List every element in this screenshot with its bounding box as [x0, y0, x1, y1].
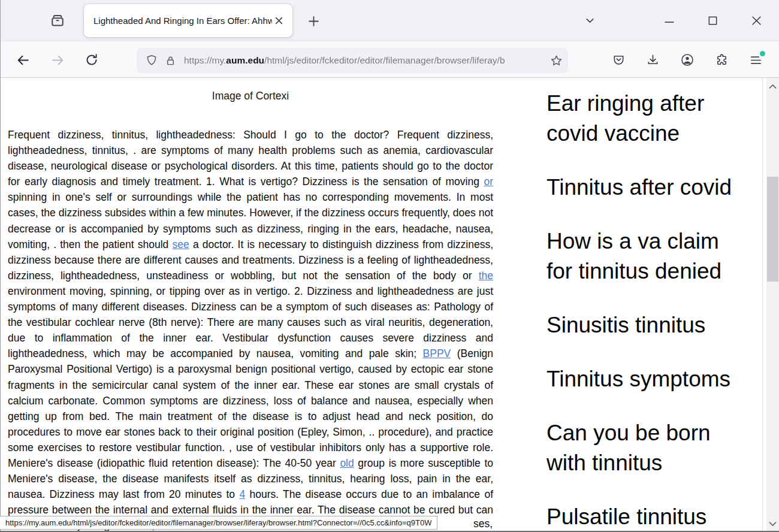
pocket-icon [612, 53, 626, 67]
text-run: environment moving, spinning, or tipping… [8, 285, 493, 359]
sidebar-heading[interactable]: How is a va claimfor tinnitus denied [546, 226, 757, 286]
firefox-view-button[interactable] [43, 7, 72, 34]
app-menu-button[interactable] [742, 47, 769, 72]
maximize-icon [708, 16, 718, 26]
pocket-button[interactable] [605, 47, 632, 72]
scrollbar-track[interactable] [766, 78, 779, 532]
inline-link[interactable]: old [340, 457, 354, 469]
tab-close-button[interactable] [272, 14, 285, 28]
browser-tab[interactable]: Lightheaded And Ringing In Ears Offer: A… [84, 4, 292, 37]
tab-close-icon [274, 16, 283, 25]
back-button[interactable] [10, 47, 36, 72]
window-left-edge [0, 0, 1, 532]
status-bar: https://my.aum.edu/html/js/editor/fckedi… [0, 516, 437, 530]
tracking-protection-shield-icon[interactable] [145, 54, 158, 67]
inline-link[interactable]: the [479, 270, 493, 282]
minimize-icon [664, 15, 675, 26]
sidebar-heading-line: covid vaccine [546, 119, 757, 149]
new-tab-button[interactable] [301, 10, 325, 32]
window-close-button[interactable] [742, 8, 770, 33]
sidebar-heading-line: Pulsatile tinnitus [546, 502, 757, 532]
status-url: https://my.aum.edu/html/js/editor/fckedi… [5, 518, 431, 527]
reload-icon [84, 53, 99, 67]
inline-link[interactable]: see [172, 238, 189, 250]
downloads-button[interactable] [639, 47, 666, 72]
sidebar-heading[interactable]: Tinnitus after covid [546, 173, 757, 202]
clipped-text-fragment: ses, [473, 518, 493, 530]
text-run: (Benign Paroxysmal Positional Vertigo) i… [8, 347, 493, 469]
sidebar-heading[interactable]: Tinnitus symptoms [546, 364, 757, 394]
tab-list-chevron-icon [584, 14, 596, 27]
content-scrollbar-divider [762, 78, 763, 532]
forward-button[interactable] [44, 47, 71, 72]
sidebar-heading[interactable]: Pulsatile tinnitus [546, 502, 757, 532]
sidebar-heading-line: Ear ringing after [546, 89, 757, 119]
sidebar-heading-line: Can you be born [546, 418, 757, 448]
bookmark-star-icon [549, 54, 563, 68]
sidebar-heading-line: for tinnitus denied [546, 256, 757, 286]
scroll-up-icon [769, 84, 777, 89]
maximize-button[interactable] [699, 8, 726, 33]
sidebar-heading-line: Tinnitus symptoms [546, 364, 757, 394]
tab-bar: Lightheaded And Ringing In Ears Offer: A… [0, 0, 779, 41]
related-topics-sidebar: Ear ringing aftercovid vaccineTinnitus a… [546, 89, 757, 532]
account-icon [680, 53, 695, 67]
image-alt-caption: Image of Cortexi [8, 89, 493, 103]
article-text: Frequent dizziness, tinnitus, lightheade… [8, 127, 493, 532]
forward-icon [50, 53, 65, 68]
firefox-view-icon [49, 12, 66, 29]
extensions-button[interactable] [708, 47, 735, 72]
text-run: Frequent dizziness, tinnitus, lightheade… [8, 129, 493, 188]
inline-link[interactable]: BPPV [423, 347, 451, 359]
sidebar-heading[interactable]: Sinusitis tinnitus [546, 310, 757, 340]
sidebar-heading-line: How is a va claim [546, 226, 757, 256]
url-domain: aum.edu [226, 55, 264, 65]
sidebar-heading[interactable]: Can you be bornwith tinnitus [546, 418, 757, 478]
url-bar[interactable]: https://my.aum.edu/html/js/editor/fckedi… [137, 48, 568, 73]
url-text: https://my.aum.edu/html/js/editor/fckedi… [184, 55, 549, 66]
sidebar-heading[interactable]: Ear ringing aftercovid vaccine [546, 89, 757, 149]
bookmark-star-button[interactable] [549, 54, 563, 68]
reload-button[interactable] [78, 47, 105, 72]
scroll-down-icon [769, 521, 777, 527]
inline-link[interactable]: 4 [239, 488, 245, 500]
extensions-icon [715, 53, 729, 67]
scrollbar-up-button[interactable] [766, 80, 779, 92]
page-viewport: Image of Cortexi Frequent dizziness, tin… [0, 78, 779, 532]
update-badge [760, 51, 765, 56]
scrollbar-down-button[interactable] [766, 518, 779, 530]
tab-list-button[interactable] [576, 9, 603, 32]
inline-link[interactable]: or [484, 176, 493, 188]
scrollbar-thumb[interactable] [767, 177, 778, 282]
download-icon [646, 53, 660, 67]
sidebar-heading-line: Tinnitus after covid [546, 173, 757, 202]
sidebar-heading-line: Sinusitis tinnitus [546, 310, 757, 340]
back-icon [16, 53, 31, 68]
new-tab-icon [307, 15, 320, 28]
sidebar-heading-line: with tinnitus [546, 448, 757, 478]
lock-icon[interactable] [164, 55, 177, 67]
account-button[interactable] [674, 47, 701, 72]
article: Image of Cortexi Frequent dizziness, tin… [8, 89, 493, 532]
minimize-button[interactable] [656, 8, 683, 33]
tab-title: Lightheaded And Ringing In Ears Offer: A… [93, 16, 272, 26]
window-close-icon [751, 15, 762, 26]
